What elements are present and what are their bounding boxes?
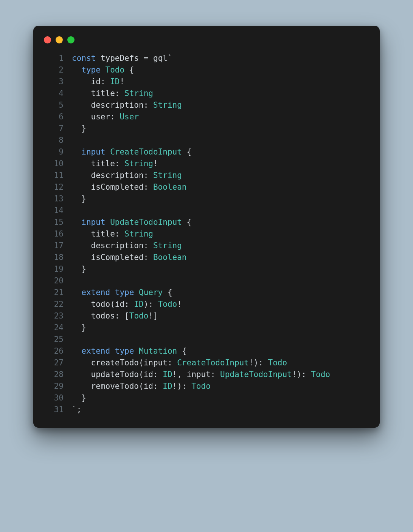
token-punc: : [148,300,153,309]
token-kw: type [115,288,134,297]
line-number: 26 [42,345,72,357]
token-field: isCompleted [91,253,144,262]
token-op: ! [153,159,158,168]
token-field: createTodo [91,358,139,367]
token-brace: } [81,393,86,402]
code-line[interactable]: 11 description: String [42,170,371,181]
code-line[interactable]: 3 id: ID! [42,76,371,88]
token-type: Todo [158,300,177,309]
token-plain [72,393,81,402]
code-line[interactable]: 8 [42,135,371,146]
zoom-icon[interactable] [67,36,75,43]
token-plain [182,370,187,379]
line-content: title: String! [72,158,158,170]
token-punc: ( [139,370,144,379]
line-number: 28 [42,369,72,380]
line-content: updateTodo(id: ID!, input: UpdateTodoInp… [72,369,330,380]
minimize-icon[interactable] [56,36,63,43]
token-plain [120,229,124,238]
code-line[interactable]: 31`; [42,404,371,416]
line-content: } [72,193,86,205]
code-line[interactable]: 19 } [42,263,371,275]
code-line[interactable]: 28 updateTodo(id: ID!, input: UpdateTodo… [42,369,371,380]
code-line[interactable]: 17 description: String [42,240,371,252]
code-line[interactable]: 18 isCompleted: Boolean [42,252,371,263]
token-plain [110,288,115,297]
code-line[interactable]: 15 input UpdateTodoInput { [42,217,371,228]
token-plain [72,264,81,274]
token-type: String [124,159,153,168]
code-line[interactable]: 23 todos: [Todo!] [42,310,371,322]
token-type: ID [163,382,172,391]
code-line[interactable]: 13 } [42,193,371,205]
token-punc: : [182,382,187,391]
code-line[interactable]: 9 input CreateTodoInput { [42,146,371,158]
code-line[interactable]: 12 isCompleted: Boolean [42,181,371,193]
code-line[interactable]: 26 extend type Mutation { [42,345,371,357]
token-plain [134,288,139,297]
token-type: ID [163,370,172,379]
token-plain [72,77,91,86]
code-line[interactable]: 29 removeTodo(id: ID!): Todo [42,380,371,392]
code-line[interactable]: 5 description: String [42,99,371,111]
token-plain [120,311,124,320]
close-icon[interactable] [44,36,51,43]
line-number: 1 [42,53,72,64]
token-field: id [115,300,124,309]
token-plain [72,358,91,367]
token-field: input [144,358,168,367]
token-plain [215,370,220,379]
token-field: id [91,77,101,86]
line-number: 27 [42,357,72,369]
token-plain [72,323,81,332]
line-number: 20 [42,275,72,287]
token-type: Mutation [139,346,177,356]
token-type: String [153,101,182,110]
token-punc: : [110,112,115,121]
code-line[interactable]: 1const typeDefs = gql` [42,53,371,64]
code-line[interactable]: 14 [42,205,371,217]
token-plain [158,370,163,379]
token-kw: input [81,147,105,156]
code-line[interactable]: 24 } [42,322,371,334]
token-field: title [91,159,115,168]
token-plain [96,54,101,63]
token-op: ! [177,300,182,309]
token-type: Boolean [153,182,187,192]
line-content: id: ID! [72,76,124,88]
code-editor[interactable]: 1const typeDefs = gql`2 type Todo {3 id:… [42,53,371,416]
line-number: 11 [42,170,72,181]
token-op: ! [292,370,297,379]
token-punc: ( [139,382,144,391]
line-content: input CreateTodoInput { [72,146,191,158]
code-line[interactable]: 21 extend type Query { [42,287,371,298]
token-plain [263,358,268,367]
line-number: 15 [42,217,72,228]
code-line[interactable]: 2 type Todo { [42,64,371,76]
token-field: description [91,101,144,110]
token-field: id [144,370,153,379]
code-line[interactable]: 25 [42,334,371,345]
code-line[interactable]: 7 } [42,123,371,135]
code-line[interactable]: 16 title: String [42,228,371,240]
line-content: extend type Query { [72,287,172,298]
token-field: user [91,112,110,121]
code-line[interactable]: 22 todo(id: ID): Todo! [42,298,371,310]
code-line[interactable]: 27 createTodo(input: CreateTodoInput!): … [42,357,371,369]
token-brace: { [186,147,191,156]
token-str: ` [72,405,77,414]
line-number: 9 [42,146,72,158]
code-line[interactable]: 6 user: User [42,111,371,123]
code-line[interactable]: 4 title: String [42,88,371,99]
code-line[interactable]: 20 [42,275,371,287]
token-punc: [ [124,311,129,320]
token-type: String [153,241,182,250]
code-line[interactable]: 30 } [42,392,371,404]
token-plain [72,253,91,262]
token-plain [163,288,168,297]
token-plain [158,382,163,391]
code-line[interactable]: 10 title: String! [42,158,371,170]
token-punc: ] [153,311,158,320]
token-plain [134,346,139,356]
line-content: todos: [Todo!] [72,310,158,322]
